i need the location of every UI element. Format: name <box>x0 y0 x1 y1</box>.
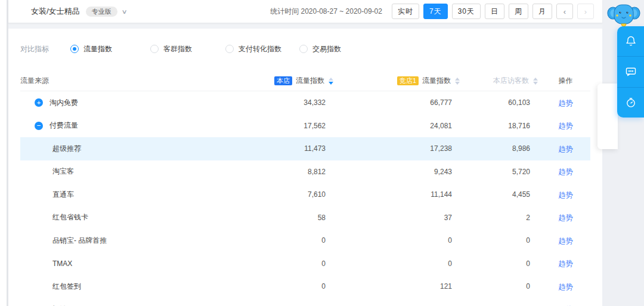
indicator-radio-1[interactable]: 流量指数 <box>70 44 112 54</box>
column-header-action: 操作 <box>541 76 590 86</box>
timer-icon[interactable] <box>617 87 644 118</box>
time-range-button-group: 实时7天30天日周月‹› <box>392 4 594 19</box>
chevron-down-icon[interactable]: ∨ <box>121 8 127 15</box>
message-icon[interactable] <box>617 56 644 86</box>
left-gutter <box>0 0 7 306</box>
time-range-button[interactable]: 周 <box>509 4 528 19</box>
table-row[interactable]: TMAX000趋势 <box>20 252 590 276</box>
row-label: 淘宝客 <box>52 166 74 177</box>
row-label: 红包省钱卡 <box>52 212 88 222</box>
trend-link[interactable]: 趋势 <box>559 99 573 107</box>
top-toolbar: 女装/女士精品 专业版 ∨ 统计时间 2020-08-27 ~ 2020-09-… <box>8 0 602 23</box>
action-cell: 趋势 <box>541 281 590 292</box>
table-row[interactable]: 红包省钱卡58372趋势 <box>20 206 590 230</box>
expand-icon[interactable]: + <box>35 98 43 107</box>
table-row[interactable]: 智钻000趋势 <box>20 298 590 306</box>
next-period-button[interactable]: › <box>577 4 594 19</box>
row-label: 品销宝- 品牌首推 <box>52 236 107 246</box>
own-index-cell: 11,473 <box>211 144 336 153</box>
own-visitors-cell: 0 <box>463 282 541 290</box>
row-name-cell: TMAX <box>20 259 211 268</box>
sort-icon[interactable] <box>452 78 463 85</box>
indicator-radio-2[interactable]: 客群指数 <box>150 44 192 54</box>
table-row[interactable]: 淘宝客8,8129,2435,720趋势 <box>20 160 590 184</box>
row-label: 淘内免费 <box>49 98 78 108</box>
action-cell: 趋势 <box>541 166 590 177</box>
row-label: TMAX <box>52 259 72 268</box>
competitor-index-cell: 9,243 <box>336 168 463 176</box>
collapse-icon[interactable]: − <box>35 122 43 130</box>
own-visitors-cell: 5,720 <box>463 168 541 176</box>
trend-link[interactable]: 趋势 <box>559 214 573 222</box>
indicator-radio-3[interactable]: 支付转化指数 <box>225 44 281 54</box>
table-row[interactable]: +淘内免费34,33266,77760,103趋势 <box>20 91 590 115</box>
column-header-label: 流量指数 <box>422 76 451 86</box>
action-cell: 趋势 <box>541 304 590 306</box>
indicator-radio-4[interactable]: 交易指数 <box>299 44 341 54</box>
own-index-cell: 0 <box>211 259 336 268</box>
column-header-source[interactable]: 流量来源 <box>20 76 211 86</box>
table-row[interactable]: 直通车7,61011,1444,455趋势 <box>20 183 590 206</box>
action-cell: 趋势 <box>541 212 590 223</box>
radio-icon[interactable] <box>299 45 308 53</box>
competitor-badge: 竞店1 <box>397 76 419 85</box>
row-label: 超级推荐 <box>52 144 81 154</box>
radio-icon[interactable] <box>150 45 159 53</box>
trend-link[interactable]: 趋势 <box>559 145 573 153</box>
own-index-cell: 8,812 <box>211 168 336 176</box>
column-header-label: 本店访客数 <box>493 76 529 86</box>
trend-link[interactable]: 趋势 <box>559 259 573 268</box>
row-name-cell: −付费流量 <box>20 120 211 131</box>
table-row[interactable]: 超级推荐11,47317,2388,986趋势 <box>20 137 590 160</box>
column-header-competitor-index[interactable]: 竞店1 流量指数 <box>336 76 463 86</box>
own-index-cell: 58 <box>211 214 336 222</box>
action-cell: 趋势 <box>541 97 590 109</box>
trend-link[interactable]: 趋势 <box>559 168 573 176</box>
own-visitors-cell: 4,455 <box>463 190 541 199</box>
own-visitors-cell: 18,716 <box>463 122 541 130</box>
own-index-cell: 17,562 <box>211 122 336 130</box>
prev-period-button[interactable]: ‹ <box>556 4 573 19</box>
trend-link[interactable]: 趋势 <box>559 283 573 291</box>
competitor-index-cell: 0 <box>336 236 463 245</box>
collapsed-side-tab[interactable] <box>597 84 618 149</box>
competitor-index-cell: 66,777 <box>336 98 463 107</box>
row-name-cell: +淘内免费 <box>20 98 211 108</box>
time-range-button[interactable]: 日 <box>485 4 504 19</box>
trend-link[interactable]: 趋势 <box>559 237 573 245</box>
trend-link[interactable]: 趋势 <box>559 122 573 130</box>
own-visitors-cell: 0 <box>463 259 541 268</box>
own-visitors-cell: 2 <box>463 214 541 222</box>
mascot-elephant[interactable] <box>607 1 640 29</box>
row-name-cell: 淘宝客 <box>20 166 211 177</box>
column-header-own-visitors[interactable]: 本店访客数 <box>463 76 541 86</box>
time-range-button[interactable]: 月 <box>532 4 552 19</box>
bell-icon[interactable] <box>617 26 644 56</box>
radio-selected-icon[interactable] <box>70 45 79 53</box>
trend-link[interactable]: 趋势 <box>559 191 573 199</box>
column-header-own-index[interactable]: 本店 流量指数 <box>211 76 336 86</box>
own-index-cell: 0 <box>211 236 336 245</box>
time-range-button[interactable]: 实时 <box>392 4 419 19</box>
row-label: 直通车 <box>52 190 74 200</box>
time-range-button[interactable]: 30天 <box>452 4 481 19</box>
table-row[interactable]: −付费流量17,56224,08118,716趋势 <box>20 115 590 138</box>
sort-icon[interactable] <box>530 78 541 85</box>
radio-label: 交易指数 <box>312 44 341 54</box>
sort-icon[interactable] <box>326 78 336 85</box>
row-name-cell: 红包省钱卡 <box>20 212 211 222</box>
table-row[interactable]: 红包签到01210趋势 <box>20 275 590 298</box>
time-range-button[interactable]: 7天 <box>423 4 448 19</box>
action-cell: 趋势 <box>541 189 590 200</box>
radio-icon[interactable] <box>225 45 234 53</box>
competitor-index-cell: 24,081 <box>336 122 463 130</box>
action-cell: 趋势 <box>541 258 590 269</box>
compare-indicator-row: 对比指标 流量指数客群指数支付转化指数交易指数 <box>20 43 590 55</box>
radio-label: 客群指数 <box>163 44 192 54</box>
category-title: 女装/女士精品 <box>31 6 80 17</box>
action-cell: 趋势 <box>541 143 590 154</box>
competitor-index-cell: 37 <box>336 214 463 222</box>
table-row[interactable]: 品销宝- 品牌首推000趋势 <box>20 229 590 252</box>
row-name-cell: 超级推荐 <box>20 144 211 154</box>
own-visitors-cell: 8,986 <box>463 144 541 153</box>
